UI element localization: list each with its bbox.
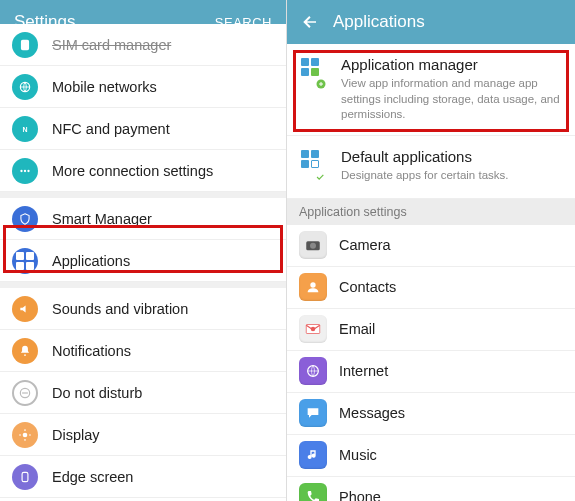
app-item-contacts[interactable]: Contacts bbox=[287, 267, 575, 309]
app-item-camera[interactable]: Camera bbox=[287, 225, 575, 267]
music-icon bbox=[299, 441, 327, 469]
settings-list: SIM card manager Mobile networks N NFC a… bbox=[0, 24, 286, 501]
app-item-label: Internet bbox=[339, 363, 388, 379]
app-item-messages[interactable]: Messages bbox=[287, 393, 575, 435]
settings-item-display[interactable]: Display bbox=[0, 414, 286, 456]
applications-title: Applications bbox=[333, 12, 425, 32]
edge-icon bbox=[12, 464, 38, 490]
app-item-label: Music bbox=[339, 447, 377, 463]
settings-item-label: Applications bbox=[52, 253, 130, 269]
settings-item-notifications[interactable]: Notifications bbox=[0, 330, 286, 372]
settings-item-label: Do not disturb bbox=[52, 385, 142, 401]
default-apps-title: Default applications bbox=[341, 148, 508, 165]
application-manager-item[interactable]: Application manager View app information… bbox=[287, 44, 575, 136]
svg-rect-8 bbox=[22, 392, 28, 393]
svg-point-5 bbox=[27, 169, 29, 171]
settings-item-label: Display bbox=[52, 427, 100, 443]
applications-header: Applications bbox=[287, 0, 575, 44]
messages-icon bbox=[299, 399, 327, 427]
back-button[interactable] bbox=[301, 13, 319, 31]
arrow-left-icon bbox=[301, 13, 319, 31]
default-apps-desc: Designate apps for certain tasks. bbox=[341, 168, 508, 184]
svg-point-21 bbox=[311, 327, 316, 332]
svg-point-4 bbox=[24, 169, 26, 171]
phone-icon bbox=[299, 483, 327, 501]
svg-rect-14 bbox=[22, 472, 28, 481]
application-settings-header: Application settings bbox=[287, 199, 575, 225]
app-item-internet[interactable]: Internet bbox=[287, 351, 575, 393]
app-manager-desc: View app information and manage app sett… bbox=[341, 76, 561, 123]
apps-icon bbox=[12, 248, 38, 274]
settings-item-label: Smart Manager bbox=[52, 211, 152, 227]
svg-point-6 bbox=[24, 354, 26, 356]
app-manager-title: Application manager bbox=[341, 56, 561, 73]
svg-point-18 bbox=[310, 243, 316, 249]
settings-item-mobile-networks[interactable]: Mobile networks bbox=[0, 66, 286, 108]
app-item-music[interactable]: Music bbox=[287, 435, 575, 477]
shield-icon bbox=[12, 206, 38, 232]
sound-icon bbox=[12, 296, 38, 322]
svg-rect-0 bbox=[22, 40, 29, 49]
settings-item-sounds-vibration[interactable]: Sounds and vibration bbox=[0, 288, 286, 330]
settings-item-label: Mobile networks bbox=[52, 79, 157, 95]
nfc-icon: N bbox=[12, 116, 38, 142]
dnd-icon bbox=[12, 380, 38, 406]
app-manager-icon bbox=[301, 58, 331, 123]
settings-item-label: SIM card manager bbox=[52, 37, 171, 53]
svg-point-19 bbox=[310, 282, 315, 287]
svg-text:N: N bbox=[22, 125, 27, 132]
settings-item-sim-card-manager[interactable]: SIM card manager bbox=[0, 24, 286, 66]
default-apps-icon bbox=[301, 150, 331, 186]
settings-item-label: Notifications bbox=[52, 343, 131, 359]
app-item-label: Email bbox=[339, 321, 375, 337]
app-item-phone[interactable]: Phone bbox=[287, 477, 575, 501]
settings-item-label: Edge screen bbox=[52, 469, 133, 485]
settings-item-applications[interactable]: Applications bbox=[0, 240, 286, 282]
settings-item-label: More connection settings bbox=[52, 163, 213, 179]
display-icon bbox=[12, 422, 38, 448]
settings-item-label: Sounds and vibration bbox=[52, 301, 188, 317]
svg-point-9 bbox=[23, 432, 28, 437]
default-applications-item[interactable]: Default applications Designate apps for … bbox=[287, 136, 575, 199]
settings-item-label: NFC and payment bbox=[52, 121, 170, 137]
app-item-label: Camera bbox=[339, 237, 391, 253]
sim-icon bbox=[12, 32, 38, 58]
email-icon bbox=[299, 315, 327, 343]
svg-point-3 bbox=[20, 169, 22, 171]
app-item-label: Messages bbox=[339, 405, 405, 421]
settings-item-more-connection[interactable]: More connection settings bbox=[0, 150, 286, 192]
app-item-label: Phone bbox=[339, 489, 381, 501]
settings-item-edge-screen[interactable]: Edge screen bbox=[0, 456, 286, 498]
settings-item-do-not-disturb[interactable]: Do not disturb bbox=[0, 372, 286, 414]
bell-icon bbox=[12, 338, 38, 364]
settings-item-nfc-payment[interactable]: N NFC and payment bbox=[0, 108, 286, 150]
settings-pane: Settings SEARCH SIM card manager Mobile … bbox=[0, 0, 287, 501]
contacts-icon bbox=[299, 273, 327, 301]
camera-icon bbox=[299, 231, 327, 259]
applications-pane: Applications Application manager View ap… bbox=[287, 0, 575, 501]
app-item-email[interactable]: Email bbox=[287, 309, 575, 351]
globe-icon bbox=[12, 74, 38, 100]
more-icon bbox=[12, 158, 38, 184]
settings-item-smart-manager[interactable]: Smart Manager bbox=[0, 198, 286, 240]
internet-icon bbox=[299, 357, 327, 385]
app-item-label: Contacts bbox=[339, 279, 396, 295]
